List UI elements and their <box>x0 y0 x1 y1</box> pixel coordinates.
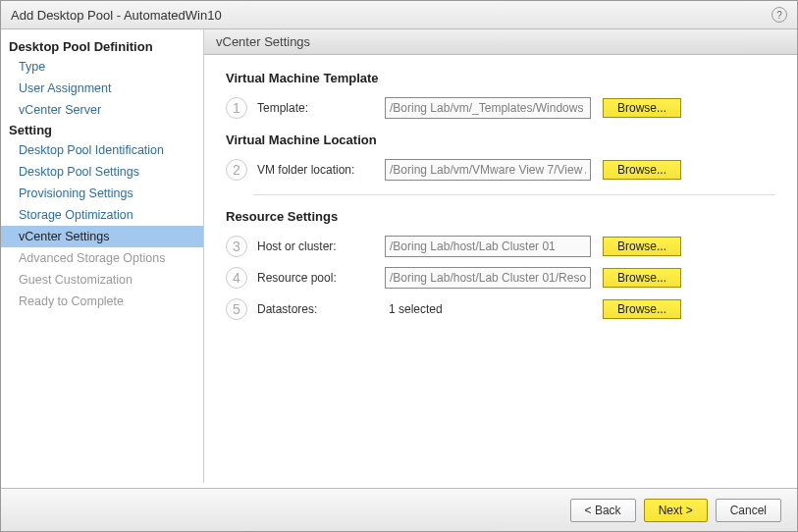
step-badge-3: 3 <box>226 236 247 257</box>
help-icon[interactable]: ? <box>771 7 787 23</box>
nav-item-ready-to-complete: Ready to Complete <box>1 291 203 312</box>
nav-item-desktop-pool-identification[interactable]: Desktop Pool Identification <box>1 139 203 161</box>
content-area: vCenter Settings Virtual Machine Templat… <box>204 29 797 483</box>
window-title: Add Desktop Pool - AutomatedWin10 <box>11 8 222 23</box>
row-datastores: 5 Datastores: 1 selected Browse... <box>226 298 775 320</box>
sidebar: Desktop Pool Definition Type User Assign… <box>1 29 204 483</box>
footer: < Back Next > Cancel <box>1 488 797 531</box>
nav-item-user-assignment[interactable]: User Assignment <box>1 78 203 99</box>
input-template[interactable] <box>385 97 591 119</box>
browse-template-button[interactable]: Browse... <box>603 98 681 118</box>
group-resource-settings: Resource Settings <box>226 209 775 224</box>
label-template: Template: <box>257 101 385 115</box>
browse-host-button[interactable]: Browse... <box>603 237 681 256</box>
group-vm-location: Virtual Machine Location <box>226 133 775 147</box>
next-button[interactable]: Next > <box>644 499 708 522</box>
input-pool[interactable] <box>385 267 591 289</box>
step-badge-1: 1 <box>226 97 247 119</box>
step-badge-5: 5 <box>226 298 247 320</box>
nav-section-definition: Desktop Pool Definition <box>1 37 203 56</box>
browse-pool-button[interactable]: Browse... <box>603 268 681 288</box>
divider <box>253 194 775 195</box>
browse-datastores-button[interactable]: Browse... <box>603 299 681 319</box>
nav-item-vcenter-settings[interactable]: vCenter Settings <box>1 226 203 247</box>
content-header: vCenter Settings <box>204 29 797 55</box>
nav-item-type[interactable]: Type <box>1 56 203 78</box>
content-body: Virtual Machine Template 1 Template: Bro… <box>204 55 797 346</box>
nav-item-desktop-pool-settings[interactable]: Desktop Pool Settings <box>1 161 203 183</box>
browse-folder-button[interactable]: Browse... <box>603 160 681 180</box>
row-pool: 4 Resource pool: Browse... <box>226 267 775 289</box>
label-host: Host or cluster: <box>257 239 385 253</box>
step-badge-2: 2 <box>226 159 247 181</box>
row-folder: 2 VM folder location: Browse... <box>226 159 775 181</box>
nav-item-provisioning-settings[interactable]: Provisioning Settings <box>1 183 203 204</box>
nav-item-guest-customization: Guest Customization <box>1 269 203 291</box>
group-vm-template: Virtual Machine Template <box>226 71 775 85</box>
cancel-button[interactable]: Cancel <box>716 499 781 522</box>
nav-item-storage-optimization[interactable]: Storage Optimization <box>1 204 203 226</box>
row-template: 1 Template: Browse... <box>226 97 775 119</box>
nav-item-advanced-storage-options: Advanced Storage Options <box>1 247 203 269</box>
row-host: 3 Host or cluster: Browse... <box>226 236 775 257</box>
value-datastores: 1 selected <box>385 302 591 316</box>
step-badge-4: 4 <box>226 267 247 289</box>
input-host[interactable] <box>385 236 591 257</box>
body-wrap: Desktop Pool Definition Type User Assign… <box>1 29 797 483</box>
label-folder: VM folder location: <box>257 163 385 177</box>
label-pool: Resource pool: <box>257 271 385 285</box>
input-folder[interactable] <box>385 159 591 181</box>
back-button[interactable]: < Back <box>570 499 636 522</box>
nav-section-setting: Setting <box>1 121 203 139</box>
label-datastores: Datastores: <box>257 302 385 316</box>
title-bar: Add Desktop Pool - AutomatedWin10 ? <box>1 1 797 29</box>
nav-item-vcenter-server[interactable]: vCenter Server <box>1 99 203 121</box>
